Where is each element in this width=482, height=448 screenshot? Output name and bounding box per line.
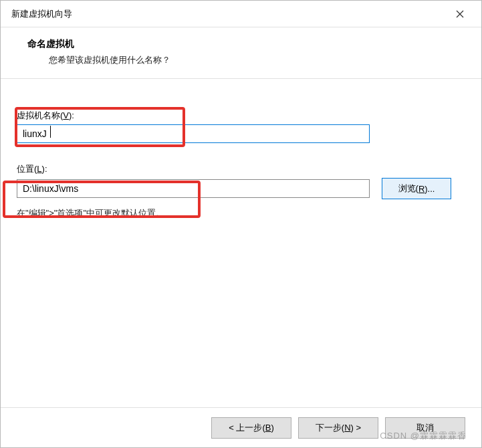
close-button[interactable] [447,4,473,24]
text-caret [50,126,51,138]
cancel-button-label: 取消 [416,422,434,434]
header-subtitle: 您希望该虚拟机使用什么名称？ [27,54,481,66]
vm-name-input[interactable] [17,124,370,143]
footer: < 上一步(B) 下一步(N) > 取消 CSDN @霖霖霖霖香 [1,407,481,447]
back-button-accel: B [265,423,271,433]
titlebar: 新建虚拟机向导 [1,1,481,27]
vm-location-label: 位置(L): [17,163,465,175]
back-button[interactable]: < 上一步(B) [211,417,291,439]
vm-location-label-pre: 位置( [17,164,37,174]
vm-location-label-post: ): [42,164,47,174]
browse-button-pre: 浏览( [398,183,418,195]
header-band: 命名虚拟机 您希望该虚拟机使用什么名称？ [1,27,481,79]
cancel-button[interactable]: 取消 [385,417,465,439]
vm-name-row: 虚拟机名称(V): [17,110,465,143]
back-button-post: ) [271,423,273,433]
wizard-window: 新建虚拟机向导 命名虚拟机 您希望该虚拟机使用什么名称？ 虚拟机名称(V): 位… [0,0,482,448]
next-button-accel: N [344,423,350,433]
vm-location-input[interactable] [17,179,370,198]
vm-name-label-accel: V [63,110,69,120]
browse-button-accel: R [418,184,425,194]
vm-name-label: 虚拟机名称(V): [17,110,465,122]
vm-name-label-post: ): [69,110,74,120]
close-icon [456,10,464,18]
next-button-pre: 下一步( [316,422,344,434]
content-area: 虚拟机名称(V): 位置(L): 浏览(R)... 在"编辑">"首选项"中可更… [1,79,481,407]
next-button-post: ) > [351,423,362,433]
back-button-pre: < 上一步( [229,422,265,434]
vm-location-label-accel: L [37,164,41,174]
header-title: 命名虚拟机 [27,38,481,50]
browse-button-post: )... [425,184,435,194]
vm-name-label-pre: 虚拟机名称( [17,110,63,120]
vm-location-row: 浏览(R)... [17,178,465,199]
default-location-hint: 在"编辑">"首选项"中可更改默认位置。 [17,207,465,219]
browse-button[interactable]: 浏览(R)... [382,178,451,199]
next-button[interactable]: 下一步(N) > [298,417,378,439]
window-title: 新建虚拟机向导 [11,8,72,20]
